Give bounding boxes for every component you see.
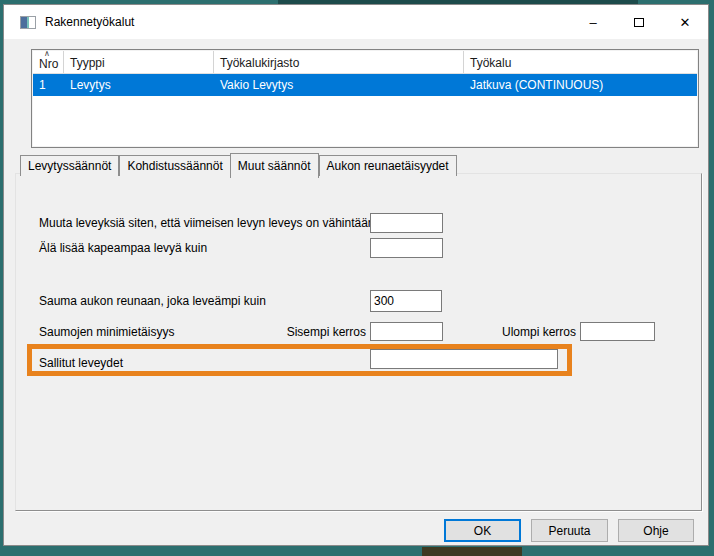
app-icon bbox=[20, 16, 36, 29]
label-outer-layer: Ulompi kerros bbox=[456, 325, 576, 339]
label-inner-layer: Sisempi kerros bbox=[246, 325, 366, 339]
ok-button[interactable]: OK bbox=[444, 519, 521, 542]
tab-aukon-reunaetaisyydet[interactable]: Aukon reunaetäisyydet bbox=[319, 155, 457, 176]
tab-levytyssaannot[interactable]: Levytyssäännöt bbox=[20, 155, 119, 176]
cancel-button[interactable]: Peruuta bbox=[531, 519, 608, 542]
label-min-last-width: Muuta leveyksiä siten, että viimeisen le… bbox=[39, 216, 375, 230]
tab-kohdistussaannot[interactable]: Kohdistussäännöt bbox=[119, 155, 230, 176]
label-seam-min-distance: Saumojen minimietäisyys bbox=[39, 325, 174, 339]
cell-tyyppi: Levytys bbox=[64, 78, 214, 92]
sort-ascending-icon: ∧ bbox=[44, 50, 50, 57]
allowed-widths-input[interactable] bbox=[370, 349, 558, 369]
tab-strip: Levytyssäännöt Kohdistussäännöt Muut sää… bbox=[20, 151, 457, 176]
desktop-background-bottom bbox=[422, 547, 522, 556]
maximize-button[interactable] bbox=[616, 5, 662, 39]
min-last-width-input[interactable] bbox=[370, 213, 443, 233]
tab-page-muut-saannot: Muuta leveyksiä siten, että viimeisen le… bbox=[15, 173, 702, 511]
help-button[interactable]: Ohje bbox=[618, 519, 694, 542]
minimize-button[interactable]: – bbox=[570, 5, 616, 39]
title-bar: Rakennetyökalut – ✕ bbox=[4, 5, 708, 39]
column-header-nro[interactable]: ∧ Nro bbox=[33, 51, 64, 73]
cell-nro: 1 bbox=[33, 78, 64, 92]
minimize-icon: – bbox=[589, 15, 596, 30]
cell-kirjasto: Vakio Levytys bbox=[214, 78, 464, 92]
column-header-tyokalukirjasto[interactable]: Työkalukirjasto bbox=[214, 51, 464, 73]
label-seam-to-edge: Sauma aukon reunaan, joka leveämpi kuin bbox=[39, 294, 266, 308]
inner-layer-input[interactable] bbox=[370, 322, 443, 341]
maximize-icon bbox=[634, 18, 644, 27]
tool-list: ∧ Nro Tyyppi Työkalukirjasto Työkalu 1 L… bbox=[31, 49, 699, 148]
tool-list-header: ∧ Nro Tyyppi Työkalukirjasto Työkalu bbox=[33, 51, 697, 74]
column-header-tyyppi[interactable]: Tyyppi bbox=[64, 51, 214, 73]
close-button[interactable]: ✕ bbox=[662, 5, 708, 39]
tab-muut-saannot[interactable]: Muut säännöt bbox=[230, 153, 319, 178]
no-narrower-than-input[interactable] bbox=[370, 238, 443, 258]
cell-tyokalu: Jatkuva (CONTINUOUS) bbox=[464, 78, 697, 92]
label-no-narrower-than: Älä lisää kapeampaa levyä kuin bbox=[39, 241, 207, 255]
label-allowed-widths: Sallitut leveydet bbox=[39, 356, 123, 370]
window-controls: – ✕ bbox=[570, 5, 708, 39]
table-row[interactable]: 1 Levytys Vakio Levytys Jatkuva (CONTINU… bbox=[33, 74, 697, 96]
window-title: Rakennetyökalut bbox=[45, 15, 134, 29]
outer-layer-input[interactable] bbox=[580, 322, 655, 341]
close-icon: ✕ bbox=[680, 15, 691, 30]
column-header-tyokalu[interactable]: Työkalu bbox=[464, 51, 697, 73]
seam-to-edge-input[interactable] bbox=[370, 290, 442, 312]
dialog-rakennetyokalut: Rakennetyökalut – ✕ ∧ Nro Tyyppi bbox=[3, 4, 709, 546]
